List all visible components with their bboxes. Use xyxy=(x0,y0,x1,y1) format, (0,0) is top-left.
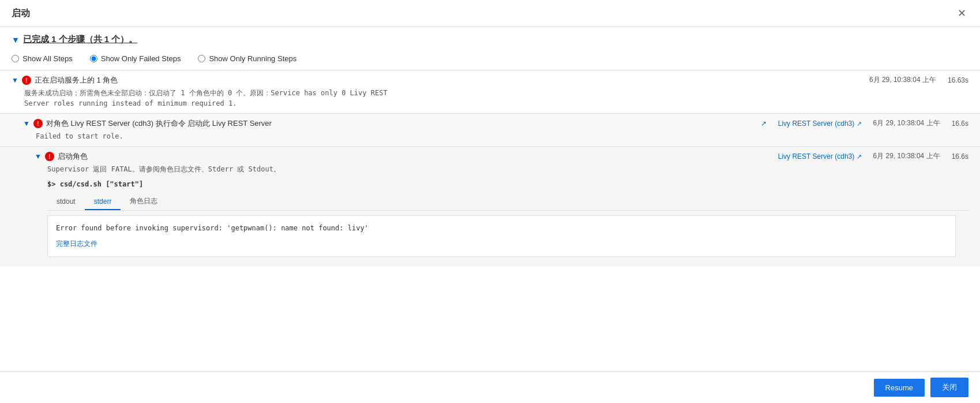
step-header-left: ▼ ! 启动角色 xyxy=(35,151,772,162)
step-detail: Supervisor 返回 FATAL。请参阅角色日志文件、Stderr 或 S… xyxy=(47,164,968,174)
filter-running-label[interactable]: Show Only Running Steps xyxy=(198,54,296,63)
filter-all-radio[interactable] xyxy=(12,55,19,62)
step-row: ▼ ! 对角色 Livy REST Server (cdh3) 执行命令 启动此… xyxy=(0,113,980,146)
step-detail-line1: Supervisor 返回 FATAL。请参阅角色日志文件、Stderr 或 S… xyxy=(47,164,968,174)
step-title: 正在启动服务上的 1 角色 xyxy=(35,75,118,85)
role-link-2[interactable]: Livy REST Server (cdh3) ↗ xyxy=(778,152,862,161)
step-title: 启动角色 xyxy=(58,151,88,162)
step-timestamp: 6月 29, 10:38:04 上午 xyxy=(869,75,936,85)
step-header-left: ▼ ! 对角色 Livy REST Server (cdh3) 执行命令 启动此… xyxy=(23,118,755,129)
steps-summary: ▼ 已完成 1 个步骤（共 1 个）。 xyxy=(0,27,980,50)
modal-footer: Resume 关闭 xyxy=(0,371,980,403)
filter-running-text: Show Only Running Steps xyxy=(209,54,296,63)
close-button[interactable]: 关闭 xyxy=(930,378,968,397)
error-icon: ! xyxy=(22,76,31,85)
step-header-left: ▼ ! 正在启动服务上的 1 角色 xyxy=(12,75,863,85)
step-header-right: ↗ Livy REST Server (cdh3) ↗ 6月 29, 10:38… xyxy=(761,118,968,128)
step-duration: 16.63s xyxy=(948,76,968,84)
tab-row: stdout stderr 角色日志 xyxy=(47,193,968,211)
modal-title: 启动 xyxy=(12,8,30,20)
step-detail: 服务未成功启动；所需角色未全部启动：仅启动了 1 个角色中的 0 个。原因：Se… xyxy=(24,88,968,109)
filter-all-text: Show All Steps xyxy=(22,54,73,63)
step-header: ▼ ! 正在启动服务上的 1 角色 6月 29, 10:38:04 上午 16.… xyxy=(12,75,968,85)
step-detail: Failed to start role. xyxy=(36,131,968,141)
step-timestamp: 6月 29, 10:38:04 上午 xyxy=(873,151,940,161)
step-header-right: 6月 29, 10:38:04 上午 16.63s xyxy=(869,75,968,85)
filter-all-label[interactable]: Show All Steps xyxy=(12,54,73,63)
step-row: ▼ ! 正在启动服务上的 1 角色 6月 29, 10:38:04 上午 16.… xyxy=(0,70,980,113)
error-icon: ! xyxy=(45,152,54,161)
step-timestamp: 6月 29, 10:38:04 上午 xyxy=(873,118,940,128)
step-detail-line1: 服务未成功启动；所需角色未全部启动：仅启动了 1 个角色中的 0 个。原因：Se… xyxy=(24,88,968,98)
log-content: Error found before invoking supervisord:… xyxy=(56,223,947,234)
modal-body: ▼ 已完成 1 个步骤（共 1 个）。 Show All Steps Show … xyxy=(0,27,980,371)
step-detail-line1: Failed to start role. xyxy=(36,131,968,141)
step-duration: 16.6s xyxy=(952,152,968,161)
step-expand-icon[interactable]: ▼ xyxy=(12,76,18,84)
filter-failed-label[interactable]: Show Only Failed Steps xyxy=(90,54,181,63)
role-link[interactable]: Livy REST Server (cdh3) ↗ xyxy=(778,120,862,128)
filter-running-radio[interactable] xyxy=(198,55,205,62)
modal: 启动 ✕ ▼ 已完成 1 个步骤（共 1 个）。 Show All Steps … xyxy=(0,0,980,403)
step-title: 对角色 Livy REST Server (cdh3) 执行命令 启动此 Liv… xyxy=(46,118,272,129)
tab-stdout[interactable]: stdout xyxy=(47,194,85,210)
filter-failed-radio[interactable] xyxy=(90,55,97,62)
step-expand-icon[interactable]: ▼ xyxy=(35,152,42,161)
modal-header: 启动 ✕ xyxy=(0,0,980,27)
step-row: ▼ ! 启动角色 Livy REST Server (cdh3) ↗ 6月 29… xyxy=(0,146,980,266)
external-link-icon: ↗ xyxy=(761,120,767,128)
step-detail-line2: Server roles running instead of minimum … xyxy=(24,98,968,109)
full-log-link[interactable]: 完整日志文件 xyxy=(56,238,947,249)
filter-row: Show All Steps Show Only Failed Steps Sh… xyxy=(0,50,980,70)
external-icon: ↗ xyxy=(857,120,862,127)
tab-stderr[interactable]: stderr xyxy=(85,194,121,210)
command-line: $> csd/csd.sh ["start"] xyxy=(47,180,968,188)
close-icon[interactable]: ✕ xyxy=(955,7,968,20)
log-box: Error found before invoking supervisord:… xyxy=(47,215,956,257)
summary-text: 已完成 1 个步骤（共 1 个）。 xyxy=(23,34,137,45)
resume-button[interactable]: Resume xyxy=(874,379,925,397)
filter-failed-text: Show Only Failed Steps xyxy=(101,54,181,63)
step-header: ▼ ! 对角色 Livy REST Server (cdh3) 执行命令 启动此… xyxy=(23,118,968,129)
tab-role-log[interactable]: 角色日志 xyxy=(121,193,167,211)
collapse-icon[interactable]: ▼ xyxy=(12,35,20,44)
step-header-right: Livy REST Server (cdh3) ↗ 6月 29, 10:38:0… xyxy=(778,151,968,161)
external-icon-2: ↗ xyxy=(857,153,862,160)
step-expand-icon[interactable]: ▼ xyxy=(23,120,30,128)
step-duration: 16.6s xyxy=(952,120,968,128)
error-icon: ! xyxy=(33,119,43,128)
step-header: ▼ ! 启动角色 Livy REST Server (cdh3) ↗ 6月 29… xyxy=(35,151,968,162)
